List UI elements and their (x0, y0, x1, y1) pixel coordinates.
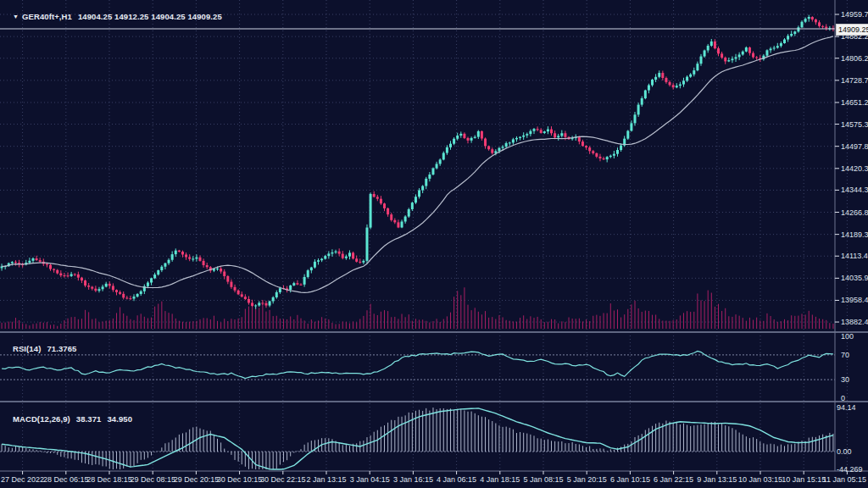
rsi-indicator-label: RSI(14)71.3765 (3, 335, 76, 363)
macd-signal-value: 34.950 (107, 414, 132, 424)
macd-indicator-label: MACD(12,26,9)38.37134.950 (3, 405, 132, 433)
grid-lines (0, 0, 847, 471)
volume-layer (2, 287, 834, 329)
symbol-dropdown-icon[interactable]: ▼ (13, 14, 19, 19)
time-axis[interactable] (0, 472, 868, 488)
candles-layer (1, 15, 835, 309)
macd-label: MACD(12,26,9) (13, 414, 70, 424)
macd-value: 38.371 (76, 414, 102, 424)
symbol-title: GER40ft+,H1 (22, 12, 72, 21)
rsi-label: RSI(14) (13, 344, 41, 353)
rsi-value: 71.3765 (47, 344, 76, 353)
price-axis[interactable] (835, 0, 868, 471)
panel-separators (0, 0, 868, 471)
ma-line (2, 36, 833, 293)
trading-chart-window: 14959.7014882.2014806.2514728.7514651.25… (0, 0, 868, 488)
header-ohlc-values: 14904.25 14912.25 14904.25 14909.25 (78, 12, 222, 21)
chart-title-bar: ▼GER40ft+,H114904.25 14912.25 14904.25 1… (3, 3, 222, 30)
